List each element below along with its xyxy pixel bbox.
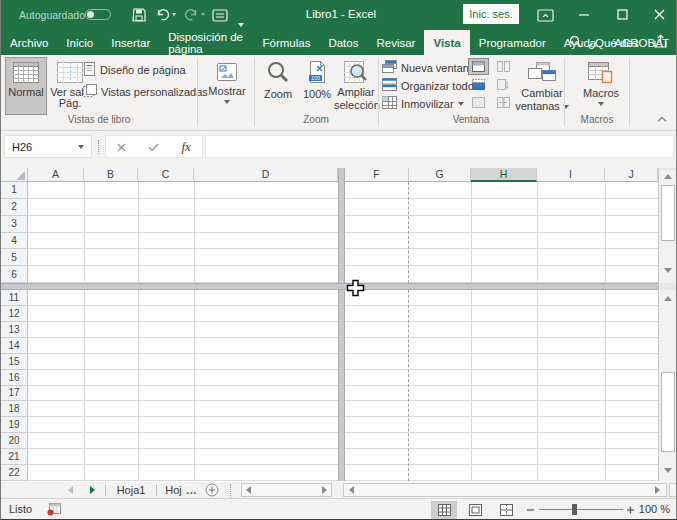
view-side-by-side-button[interactable] <box>494 59 513 74</box>
sheet-nav-left-button[interactable] <box>61 482 79 498</box>
scroll-right-pane2-button[interactable] <box>651 482 663 498</box>
row-header-6[interactable]: 6 <box>1 266 28 283</box>
switch-windows-button[interactable]: Cambiar ventanas <box>521 58 563 120</box>
synchronous-scrolling-button[interactable] <box>494 77 513 92</box>
column-header-A[interactable]: A <box>28 168 84 182</box>
scroll-up-bottom-button[interactable] <box>659 292 677 305</box>
scroll-right-pane1-button[interactable] <box>318 482 330 498</box>
view-normal-button[interactable] <box>431 501 457 519</box>
tab-scroll-splitter[interactable] <box>230 484 231 498</box>
zoom-slider-track[interactable] <box>539 509 623 510</box>
cancel-icon[interactable] <box>117 138 126 156</box>
zoom-in-button[interactable] <box>626 504 635 517</box>
show-button[interactable]: Mostrar <box>204 58 250 120</box>
row-header-22[interactable]: 22 <box>1 465 28 481</box>
row-header-4[interactable]: 4 <box>1 233 28 250</box>
row-header-21[interactable]: 21 <box>1 449 28 465</box>
record-macro-icon[interactable] <box>47 503 61 518</box>
scrollbar-horizontal-right[interactable] <box>343 483 667 497</box>
tab-programador[interactable]: Programador <box>470 30 555 55</box>
sign-in-button[interactable]: Inic. ses. <box>463 4 519 24</box>
row-header-12[interactable]: 12 <box>1 306 28 322</box>
page-layout-button[interactable]: Diseño de página <box>83 62 186 77</box>
tab-archivo[interactable]: Archivo <box>1 30 57 55</box>
horizontal-split-bar[interactable] <box>1 283 658 290</box>
row-header-14[interactable]: 14 <box>1 338 28 354</box>
collapse-ribbon-button[interactable] <box>653 112 671 126</box>
row-header-3[interactable]: 3 <box>1 216 28 233</box>
zoom-100-button[interactable]: 100 100% <box>299 58 335 114</box>
macros-button[interactable]: Macros <box>579 58 623 120</box>
enter-icon[interactable] <box>148 138 159 156</box>
column-header-I[interactable]: I <box>537 168 605 182</box>
column-header-C[interactable]: C <box>138 168 194 182</box>
column-header-F[interactable]: F <box>345 168 409 182</box>
arrange-all-button[interactable]: Organizar todo <box>382 78 474 93</box>
row-header-18[interactable]: 18 <box>1 401 28 417</box>
view-page-break-button[interactable] <box>493 501 519 519</box>
minimize-button[interactable] <box>567 0 601 28</box>
column-header-D[interactable]: D <box>194 168 338 182</box>
tab-datos[interactable]: Datos <box>319 30 367 55</box>
tab-insertar[interactable]: Insertar <box>102 30 159 55</box>
name-box[interactable]: H26 <box>4 135 92 158</box>
row-header-16[interactable]: 16 <box>1 370 28 386</box>
maximize-button[interactable] <box>605 0 639 28</box>
tab-f-rmulas[interactable]: Fórmulas <box>253 30 319 55</box>
zoom-out-button[interactable] <box>526 504 535 517</box>
tab-vista[interactable]: Vista <box>424 30 469 55</box>
tell-me-search[interactable]: ¿Qué des <box>569 30 639 55</box>
scroll-down-bottom-button[interactable] <box>659 464 677 477</box>
tab-revisar[interactable]: Revisar <box>367 30 424 55</box>
autosave-toggle[interactable] <box>85 9 111 20</box>
redo-button[interactable] <box>184 8 205 21</box>
qat-customize-caret-icon[interactable] <box>238 13 244 31</box>
new-window-button[interactable]: Nueva ventana <box>382 60 475 75</box>
row-header-19[interactable]: 19 <box>1 417 28 433</box>
sheet-tab-hoja2[interactable]: Hoj … <box>159 482 203 498</box>
row-header-1[interactable]: 1 <box>1 182 28 199</box>
sheet-nav-right-button[interactable] <box>83 482 101 498</box>
split-button[interactable] <box>469 59 488 74</box>
ribbon-display-options-icon[interactable] <box>537 8 554 26</box>
row-header-17[interactable]: 17 <box>1 386 28 402</box>
column-header-G[interactable]: G <box>409 168 471 182</box>
vertical-split-bar[interactable] <box>338 168 345 481</box>
column-header-B[interactable]: B <box>84 168 138 182</box>
hide-window-button[interactable] <box>469 77 488 92</box>
scroll-down-top-button[interactable] <box>659 264 677 277</box>
pane-top-right[interactable] <box>345 182 658 283</box>
column-header-H[interactable]: H <box>471 168 537 182</box>
row-header-20[interactable]: 20 <box>1 433 28 449</box>
pane-top-left[interactable] <box>28 182 338 283</box>
zoom-slider-thumb[interactable] <box>572 504 577 515</box>
unhide-window-button[interactable] <box>469 95 488 110</box>
row-header-5[interactable]: 5 <box>1 249 28 266</box>
close-button[interactable] <box>642 0 676 28</box>
freeze-panes-button[interactable]: Inmovilizar <box>382 96 464 111</box>
custom-views-button[interactable]: Vistas personalizadas <box>83 84 208 99</box>
sheet-tab-hoja1[interactable]: Hoja1 <box>107 482 155 498</box>
tab-inicio[interactable]: Inicio <box>57 30 102 55</box>
save-icon[interactable] <box>132 8 146 26</box>
insert-function-button[interactable]: fx <box>182 139 191 155</box>
new-sheet-button[interactable] <box>204 482 220 498</box>
row-header-2[interactable]: 2 <box>1 199 28 216</box>
zoom-button[interactable]: Zoom <box>258 58 298 114</box>
share-icon[interactable] <box>653 34 668 53</box>
normal-view-button[interactable]: Normal <box>6 58 46 114</box>
column-header-J[interactable]: J <box>605 168 658 182</box>
view-page-layout-button[interactable] <box>462 501 488 519</box>
scroll-left-pane1-button[interactable] <box>242 482 254 498</box>
touch-mode-icon[interactable] <box>212 8 228 26</box>
row-header-15[interactable]: 15 <box>1 354 28 370</box>
scrollbar-thumb-top[interactable] <box>661 185 675 241</box>
pane-bottom-right[interactable] <box>345 290 658 481</box>
scroll-up-top-button[interactable] <box>659 170 677 183</box>
pane-bottom-left[interactable] <box>28 290 338 481</box>
reset-window-position-button[interactable] <box>494 95 513 110</box>
formula-bar-handle[interactable] <box>98 140 99 154</box>
scrollbar-thumb-bottom[interactable] <box>661 372 675 452</box>
row-header-11[interactable]: 11 <box>1 290 28 306</box>
tab-disposici-n-de-p-gina[interactable]: Disposición de página <box>159 30 253 55</box>
